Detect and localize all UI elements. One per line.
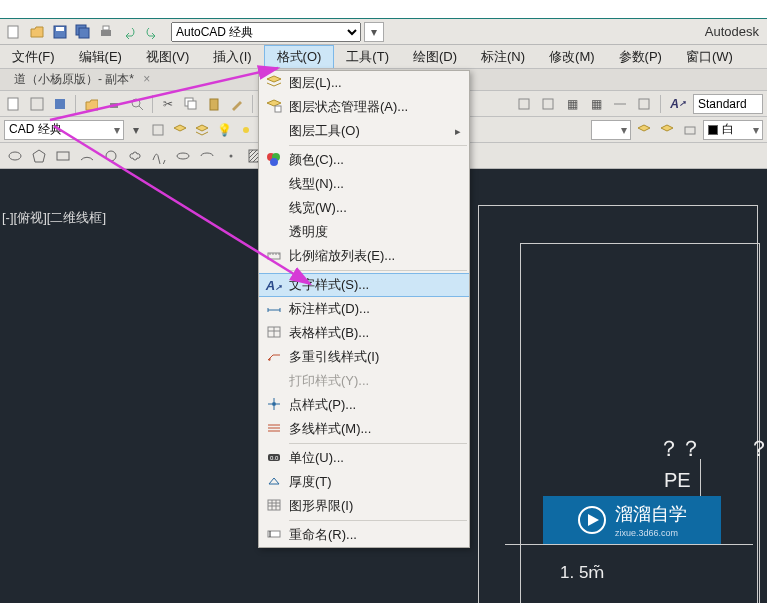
svg-rect-2 [56, 27, 64, 31]
open-icon[interactable] [27, 22, 47, 42]
layer-icon[interactable] [170, 120, 190, 140]
tool-icon[interactable] [514, 94, 534, 114]
menu-dimension[interactable]: 标注(N) [469, 45, 537, 68]
text-style-combo[interactable]: Standard [693, 94, 763, 114]
tool-icon[interactable] [4, 94, 24, 114]
menu-edit[interactable]: 编辑(E) [67, 45, 134, 68]
svg-point-29 [9, 152, 21, 160]
format-menu-dropdown: 图层(L)... 图层状态管理器(A)... 图层工具(O) ▸ 颜色(C)..… [258, 70, 470, 548]
rename-icon [266, 526, 282, 545]
scale-icon [266, 247, 282, 266]
close-icon[interactable]: × [143, 72, 150, 86]
menu-item-point-style[interactable]: 点样式(P)... [259, 393, 469, 417]
spline-icon[interactable] [150, 147, 168, 165]
menu-item-layer-tools[interactable]: 图层工具(O) ▸ [259, 119, 469, 143]
menu-modify[interactable]: 修改(M) [537, 45, 607, 68]
layer-icon[interactable] [192, 120, 212, 140]
workspace-selector[interactable]: AutoCAD 经典 [171, 22, 361, 42]
svg-rect-0 [8, 26, 18, 38]
document-tab[interactable]: 道（小杨原版）- 副本* × [6, 69, 158, 90]
menu-window[interactable]: 窗口(W) [674, 45, 745, 68]
menu-item-color[interactable]: 颜色(C)... [259, 148, 469, 172]
svg-rect-9 [55, 99, 65, 109]
menu-view[interactable]: 视图(V) [134, 45, 201, 68]
redo-icon[interactable] [142, 22, 162, 42]
polygon-icon[interactable] [30, 147, 48, 165]
menu-format[interactable]: 格式(O) [264, 45, 335, 68]
circle-icon[interactable] [102, 147, 120, 165]
match-icon[interactable] [227, 94, 247, 114]
menu-parametric[interactable]: 参数(P) [607, 45, 674, 68]
menu-item-transparency[interactable]: 透明度 [259, 220, 469, 244]
undo-icon[interactable] [119, 22, 139, 42]
text-style-icon[interactable]: A↗ [667, 94, 689, 114]
print-icon[interactable] [96, 22, 116, 42]
menu-item-thickness[interactable]: 厚度(T) [259, 470, 469, 494]
revcloud-icon[interactable] [126, 147, 144, 165]
color-wheel-icon [266, 151, 282, 170]
rectangle-icon[interactable] [54, 147, 72, 165]
layers-icon [266, 74, 282, 93]
workspace-settings-icon[interactable]: ▾ [364, 22, 384, 42]
menu-item-layer-states[interactable]: 图层状态管理器(A)... [259, 95, 469, 119]
tool-icon[interactable] [634, 94, 654, 114]
svg-point-33 [177, 153, 189, 159]
menu-item-text-style[interactable]: A↗ 文字样式(S)... [259, 273, 469, 297]
menu-item-mleader-style[interactable]: 多重引线样式(I) [259, 345, 469, 369]
ellipse-arc-icon[interactable] [198, 147, 216, 165]
drawing-text: 1. 5m̃ [560, 562, 605, 583]
brand-label: Autodesk [705, 24, 767, 39]
tool-icon[interactable] [81, 94, 101, 114]
tool-icon[interactable] [27, 94, 47, 114]
menu-item-layer[interactable]: 图层(L)... [259, 71, 469, 95]
thickness-icon [266, 473, 282, 492]
tool-icon[interactable]: ▾ [126, 120, 146, 140]
viewport-style-label[interactable]: [-][俯视][二维线框] [2, 209, 106, 227]
saveall-icon[interactable] [73, 22, 93, 42]
tool-icon[interactable] [657, 120, 677, 140]
preview-icon[interactable] [127, 94, 147, 114]
menu-tools[interactable]: 工具(T) [334, 45, 401, 68]
menu-item-table-style[interactable]: 表格样式(B)... [259, 321, 469, 345]
tool-icon[interactable]: ▦ [562, 94, 582, 114]
cut-icon[interactable]: ✂ [158, 94, 178, 114]
submenu-arrow-icon: ▸ [455, 125, 461, 138]
svg-text:0.0: 0.0 [270, 455, 279, 461]
tool-icon[interactable] [634, 120, 654, 140]
tool-icon[interactable] [610, 94, 630, 114]
arc-icon[interactable] [78, 147, 96, 165]
tool-icon[interactable] [538, 94, 558, 114]
menu-item-units[interactable]: 0.0 单位(U)... [259, 446, 469, 470]
lightbulb-icon[interactable]: 💡 [214, 120, 234, 140]
menu-item-dim-style[interactable]: 标注样式(D)... [259, 297, 469, 321]
print-icon[interactable] [104, 94, 124, 114]
menu-item-scale-list[interactable]: 比例缩放列表(E)... [259, 244, 469, 268]
point-icon[interactable] [222, 147, 240, 165]
layer-color-combo[interactable]: 白 [703, 120, 763, 140]
menu-file[interactable]: 文件(F) [0, 45, 67, 68]
menu-draw[interactable]: 绘图(D) [401, 45, 469, 68]
watermark-logo: 溜溜自学 zixue.3d66.com [543, 496, 721, 544]
ellipse-icon[interactable] [6, 147, 24, 165]
svg-rect-7 [8, 98, 18, 110]
menu-item-linetype[interactable]: 线型(N)... [259, 172, 469, 196]
tool-icon[interactable] [148, 120, 168, 140]
save-icon[interactable] [50, 22, 70, 42]
sun-icon[interactable] [236, 120, 256, 140]
menu-item-mline-style[interactable]: 多线样式(M)... [259, 417, 469, 441]
menu-item-lineweight[interactable]: 线宽(W)... [259, 196, 469, 220]
tool-icon[interactable] [680, 120, 700, 140]
new-icon[interactable] [4, 22, 24, 42]
menu-item-rename[interactable]: 重命名(R)... [259, 523, 469, 547]
combo[interactable] [591, 120, 631, 140]
menu-item-limits[interactable]: 图形界限(I) [259, 494, 469, 518]
paste-icon[interactable] [204, 94, 224, 114]
quick-access-toolbar: AutoCAD 经典 ▾ Autodesk [0, 19, 767, 45]
tool-icon[interactable]: ▦ [586, 94, 606, 114]
layer-dd-combo[interactable]: CAD 经典 [4, 120, 124, 140]
tool-icon[interactable] [50, 94, 70, 114]
copy-icon[interactable] [181, 94, 201, 114]
title-bar [0, 0, 767, 19]
ellipse-axis-icon[interactable] [174, 147, 192, 165]
menu-insert[interactable]: 插入(I) [201, 45, 263, 68]
